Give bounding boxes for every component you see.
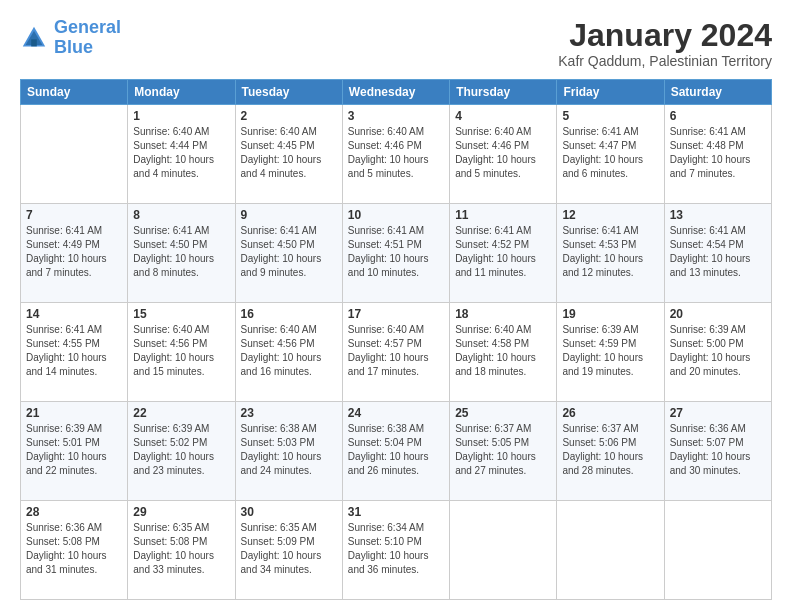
- calendar-cell: 7Sunrise: 6:41 AM Sunset: 4:49 PM Daylig…: [21, 204, 128, 303]
- day-details: Sunrise: 6:41 AM Sunset: 4:50 PM Dayligh…: [133, 224, 229, 280]
- day-number: 23: [241, 406, 337, 420]
- day-number: 4: [455, 109, 551, 123]
- day-number: 1: [133, 109, 229, 123]
- day-number: 25: [455, 406, 551, 420]
- calendar-week-row: 28Sunrise: 6:36 AM Sunset: 5:08 PM Dayli…: [21, 501, 772, 600]
- calendar-cell: 23Sunrise: 6:38 AM Sunset: 5:03 PM Dayli…: [235, 402, 342, 501]
- calendar-cell: 28Sunrise: 6:36 AM Sunset: 5:08 PM Dayli…: [21, 501, 128, 600]
- day-number: 10: [348, 208, 444, 222]
- day-number: 16: [241, 307, 337, 321]
- day-number: 26: [562, 406, 658, 420]
- title-block: January 2024 Kafr Qaddum, Palestinian Te…: [558, 18, 772, 69]
- day-number: 5: [562, 109, 658, 123]
- logo-line2: Blue: [54, 37, 93, 57]
- day-details: Sunrise: 6:40 AM Sunset: 4:56 PM Dayligh…: [133, 323, 229, 379]
- day-number: 15: [133, 307, 229, 321]
- day-details: Sunrise: 6:40 AM Sunset: 4:46 PM Dayligh…: [348, 125, 444, 181]
- calendar-header-saturday: Saturday: [664, 80, 771, 105]
- day-details: Sunrise: 6:40 AM Sunset: 4:56 PM Dayligh…: [241, 323, 337, 379]
- day-number: 7: [26, 208, 122, 222]
- calendar-header-wednesday: Wednesday: [342, 80, 449, 105]
- day-number: 8: [133, 208, 229, 222]
- calendar-header-tuesday: Tuesday: [235, 80, 342, 105]
- calendar-cell: 2Sunrise: 6:40 AM Sunset: 4:45 PM Daylig…: [235, 105, 342, 204]
- day-number: 12: [562, 208, 658, 222]
- day-number: 17: [348, 307, 444, 321]
- logo-icon: [20, 24, 48, 52]
- day-details: Sunrise: 6:41 AM Sunset: 4:49 PM Dayligh…: [26, 224, 122, 280]
- calendar-cell: 26Sunrise: 6:37 AM Sunset: 5:06 PM Dayli…: [557, 402, 664, 501]
- day-number: 31: [348, 505, 444, 519]
- day-details: Sunrise: 6:41 AM Sunset: 4:55 PM Dayligh…: [26, 323, 122, 379]
- day-details: Sunrise: 6:38 AM Sunset: 5:03 PM Dayligh…: [241, 422, 337, 478]
- calendar-header-monday: Monday: [128, 80, 235, 105]
- logo-line1: General: [54, 17, 121, 37]
- subtitle: Kafr Qaddum, Palestinian Territory: [558, 53, 772, 69]
- calendar-week-row: 7Sunrise: 6:41 AM Sunset: 4:49 PM Daylig…: [21, 204, 772, 303]
- day-number: 22: [133, 406, 229, 420]
- calendar-cell: 12Sunrise: 6:41 AM Sunset: 4:53 PM Dayli…: [557, 204, 664, 303]
- logo: General Blue: [20, 18, 121, 58]
- calendar-cell: 14Sunrise: 6:41 AM Sunset: 4:55 PM Dayli…: [21, 303, 128, 402]
- calendar-cell: 21Sunrise: 6:39 AM Sunset: 5:01 PM Dayli…: [21, 402, 128, 501]
- day-number: 3: [348, 109, 444, 123]
- calendar-cell: [557, 501, 664, 600]
- calendar-week-row: 21Sunrise: 6:39 AM Sunset: 5:01 PM Dayli…: [21, 402, 772, 501]
- day-details: Sunrise: 6:35 AM Sunset: 5:09 PM Dayligh…: [241, 521, 337, 577]
- day-details: Sunrise: 6:41 AM Sunset: 4:52 PM Dayligh…: [455, 224, 551, 280]
- day-details: Sunrise: 6:34 AM Sunset: 5:10 PM Dayligh…: [348, 521, 444, 577]
- calendar-cell: 29Sunrise: 6:35 AM Sunset: 5:08 PM Dayli…: [128, 501, 235, 600]
- calendar-cell: 9Sunrise: 6:41 AM Sunset: 4:50 PM Daylig…: [235, 204, 342, 303]
- day-details: Sunrise: 6:39 AM Sunset: 5:01 PM Dayligh…: [26, 422, 122, 478]
- calendar-table: SundayMondayTuesdayWednesdayThursdayFrid…: [20, 79, 772, 600]
- day-details: Sunrise: 6:41 AM Sunset: 4:54 PM Dayligh…: [670, 224, 766, 280]
- calendar-week-row: 14Sunrise: 6:41 AM Sunset: 4:55 PM Dayli…: [21, 303, 772, 402]
- calendar-cell: [664, 501, 771, 600]
- calendar-cell: 18Sunrise: 6:40 AM Sunset: 4:58 PM Dayli…: [450, 303, 557, 402]
- calendar-cell: 19Sunrise: 6:39 AM Sunset: 4:59 PM Dayli…: [557, 303, 664, 402]
- day-details: Sunrise: 6:35 AM Sunset: 5:08 PM Dayligh…: [133, 521, 229, 577]
- day-number: 2: [241, 109, 337, 123]
- calendar-cell: 1Sunrise: 6:40 AM Sunset: 4:44 PM Daylig…: [128, 105, 235, 204]
- day-number: 30: [241, 505, 337, 519]
- calendar-cell: 15Sunrise: 6:40 AM Sunset: 4:56 PM Dayli…: [128, 303, 235, 402]
- day-details: Sunrise: 6:36 AM Sunset: 5:08 PM Dayligh…: [26, 521, 122, 577]
- calendar-cell: 20Sunrise: 6:39 AM Sunset: 5:00 PM Dayli…: [664, 303, 771, 402]
- day-number: 19: [562, 307, 658, 321]
- calendar-cell: 8Sunrise: 6:41 AM Sunset: 4:50 PM Daylig…: [128, 204, 235, 303]
- day-details: Sunrise: 6:40 AM Sunset: 4:44 PM Dayligh…: [133, 125, 229, 181]
- calendar-week-row: 1Sunrise: 6:40 AM Sunset: 4:44 PM Daylig…: [21, 105, 772, 204]
- day-details: Sunrise: 6:40 AM Sunset: 4:58 PM Dayligh…: [455, 323, 551, 379]
- day-details: Sunrise: 6:39 AM Sunset: 5:02 PM Dayligh…: [133, 422, 229, 478]
- day-details: Sunrise: 6:40 AM Sunset: 4:57 PM Dayligh…: [348, 323, 444, 379]
- day-details: Sunrise: 6:41 AM Sunset: 4:50 PM Dayligh…: [241, 224, 337, 280]
- day-number: 20: [670, 307, 766, 321]
- calendar-cell: 11Sunrise: 6:41 AM Sunset: 4:52 PM Dayli…: [450, 204, 557, 303]
- calendar-cell: [21, 105, 128, 204]
- calendar-cell: 16Sunrise: 6:40 AM Sunset: 4:56 PM Dayli…: [235, 303, 342, 402]
- calendar-header-friday: Friday: [557, 80, 664, 105]
- calendar-cell: 4Sunrise: 6:40 AM Sunset: 4:46 PM Daylig…: [450, 105, 557, 204]
- calendar-cell: 30Sunrise: 6:35 AM Sunset: 5:09 PM Dayli…: [235, 501, 342, 600]
- day-number: 13: [670, 208, 766, 222]
- calendar-header-sunday: Sunday: [21, 80, 128, 105]
- svg-rect-2: [31, 39, 37, 46]
- day-number: 29: [133, 505, 229, 519]
- calendar-header-row: SundayMondayTuesdayWednesdayThursdayFrid…: [21, 80, 772, 105]
- day-details: Sunrise: 6:40 AM Sunset: 4:45 PM Dayligh…: [241, 125, 337, 181]
- calendar-cell: 6Sunrise: 6:41 AM Sunset: 4:48 PM Daylig…: [664, 105, 771, 204]
- day-details: Sunrise: 6:41 AM Sunset: 4:53 PM Dayligh…: [562, 224, 658, 280]
- day-number: 11: [455, 208, 551, 222]
- day-number: 21: [26, 406, 122, 420]
- day-number: 14: [26, 307, 122, 321]
- calendar-cell: 10Sunrise: 6:41 AM Sunset: 4:51 PM Dayli…: [342, 204, 449, 303]
- day-number: 6: [670, 109, 766, 123]
- logo-text: General Blue: [54, 18, 121, 58]
- day-details: Sunrise: 6:39 AM Sunset: 4:59 PM Dayligh…: [562, 323, 658, 379]
- calendar-cell: 13Sunrise: 6:41 AM Sunset: 4:54 PM Dayli…: [664, 204, 771, 303]
- calendar-cell: 31Sunrise: 6:34 AM Sunset: 5:10 PM Dayli…: [342, 501, 449, 600]
- day-number: 9: [241, 208, 337, 222]
- day-details: Sunrise: 6:37 AM Sunset: 5:05 PM Dayligh…: [455, 422, 551, 478]
- main-title: January 2024: [558, 18, 772, 53]
- day-details: Sunrise: 6:38 AM Sunset: 5:04 PM Dayligh…: [348, 422, 444, 478]
